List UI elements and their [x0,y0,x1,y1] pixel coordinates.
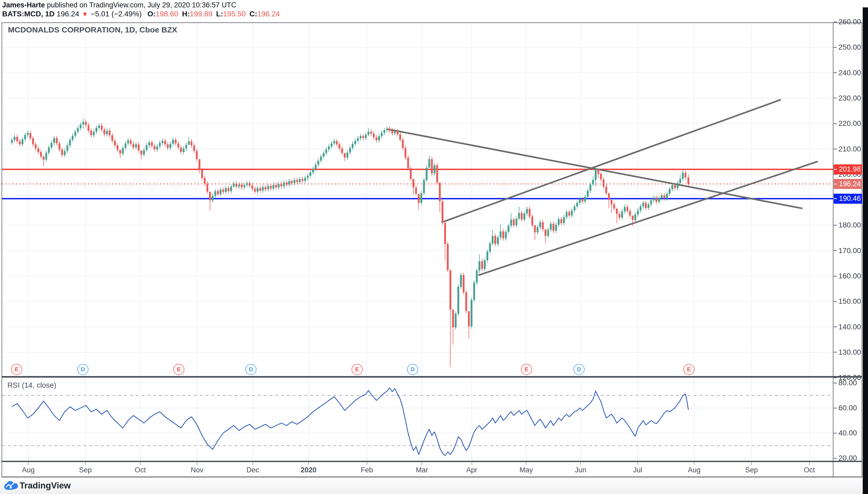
candle-body [381,133,383,136]
symbol-row: BATS:MCD, 1D 196.24 ▼ −5.01 (−2.49%) O:1… [2,10,280,18]
candle-body [233,184,235,187]
candle-body [423,180,425,193]
month-label[interactable]: May [519,466,533,474]
candle-body [579,199,581,203]
candle-body [619,214,620,217]
candle-body [312,169,314,172]
price-tick-mark [834,352,837,353]
candle-body [489,244,491,252]
candle-body [283,183,285,186]
month-label[interactable]: 2020 [301,466,317,474]
price-tick-mark [834,225,837,226]
candle-body [473,283,475,300]
candle-body [14,137,16,140]
right-edge-strip [863,7,868,494]
badge-price-text: 196.24 [839,180,861,188]
ohlc-label: O: [147,10,156,18]
candle-body [349,148,351,153]
earnings-marker[interactable]: E [351,364,363,375]
month-label[interactable]: Oct [804,466,815,474]
chart-legend-title[interactable]: MCDONALDS CORPORATION, 1D, Cboe BZX [8,25,177,34]
candle-body [106,131,108,134]
candle-body [524,213,525,220]
candle-body [270,186,272,189]
ohlc-value: 195.50 [223,10,246,18]
month-label[interactable]: Sep [745,466,758,474]
candle-body [80,125,82,128]
candle-body [576,203,578,206]
month-label[interactable]: Mar [416,466,428,474]
month-label[interactable]: Dec [247,466,259,474]
price-tick-mark [834,301,837,302]
time-tick-mark [421,462,422,465]
candle-body [561,219,562,223]
candle-body [114,141,116,146]
candle-body [246,183,248,185]
candle-body [267,186,269,189]
month-label[interactable]: Aug [22,466,35,474]
candle-body [291,181,293,183]
month-label[interactable]: Nov [191,466,203,474]
ohlc-label: H: [182,10,190,18]
candle-body [664,195,665,198]
candle-body [383,130,385,133]
candle-body [399,134,401,140]
earnings-marker[interactable]: E [521,364,532,375]
month-label[interactable]: Feb [361,466,373,474]
month-label[interactable]: Jun [575,466,586,474]
dividend-marker[interactable]: D [246,364,256,375]
symbol-name[interactable]: BATS:MCD, 1D [2,10,55,18]
price-chart-canvas[interactable] [0,0,868,494]
price-change: −5.01 (−2.49%) [91,10,142,18]
candle-body [513,220,515,225]
footer-brand[interactable]: TradingView [20,480,71,491]
candle-body [22,139,23,144]
earnings-marker[interactable]: E [683,364,694,375]
candle-body [40,152,42,156]
candle-body [439,183,441,201]
candle-body [273,185,274,188]
candle-body [413,179,414,188]
time-tick-mark [694,462,694,465]
candle-body [658,198,660,202]
time-tick-mark [28,462,29,465]
pane-separator-rsi-timeaxis[interactable] [2,461,862,462]
dividend-marker[interactable]: D [407,364,418,375]
candle-body [141,150,142,154]
candle-body [463,275,465,292]
tradingview-logo-icon[interactable] [4,481,18,490]
time-tick-mark [367,462,367,465]
candle-body [167,144,169,148]
month-label[interactable]: Apr [466,466,477,474]
candle-body [431,159,433,173]
candle-body [537,227,539,232]
candle-body [500,231,502,238]
candle-body [111,135,113,141]
candle-body [397,131,399,134]
dividend-marker[interactable]: D [574,364,584,375]
candle-body [407,157,409,168]
month-label[interactable]: Jul [633,466,643,474]
candle-body [257,188,259,192]
rsi-legend-title[interactable]: RSI (14, close) [7,381,56,390]
candle-body [254,189,256,192]
candle-body [550,224,552,230]
dividend-marker[interactable]: D [77,364,89,375]
candle-body [468,311,470,326]
month-label[interactable]: Aug [688,466,701,474]
earnings-marker[interactable]: E [11,364,22,375]
candle-body [77,128,79,132]
candle-body [405,148,406,158]
month-label[interactable]: Oct [135,466,146,474]
candle-body [185,145,187,148]
month-label[interactable]: Sep [79,466,92,474]
candle-body [93,132,95,135]
candle-body [43,156,44,160]
byline-author: James-Harte [2,1,45,9]
candle-body [484,260,486,269]
time-tick-mark [526,462,526,465]
earnings-marker[interactable]: E [173,364,184,375]
candle-body [608,193,610,200]
candle-body [389,129,391,131]
pane-separator-main-rsi[interactable] [2,376,862,378]
